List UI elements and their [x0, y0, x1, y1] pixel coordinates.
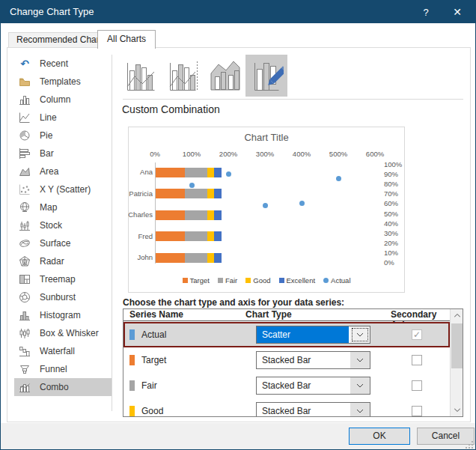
- chevron-down-icon[interactable]: [350, 352, 370, 368]
- secondary-axis-checkbox-fair[interactable]: [412, 380, 422, 391]
- chevron-down-icon[interactable]: [350, 377, 370, 394]
- combo-preset-clustered-column-line[interactable]: [123, 57, 157, 94]
- sidebar-item-label: Map: [40, 202, 57, 213]
- sidebar-item-label: Waterfall: [40, 346, 75, 356]
- sidebar-item-column[interactable]: Column: [10, 91, 112, 109]
- sidebar-item-recent[interactable]: ↶ Recent: [10, 55, 112, 73]
- legend-item: Excellent: [279, 276, 316, 285]
- scatter-chart-icon: [19, 183, 31, 195]
- table-scrollbar[interactable]: [450, 309, 463, 416]
- dropdown-value: Stacked Bar: [257, 403, 350, 417]
- tab-all-charts[interactable]: All Charts: [97, 30, 156, 49]
- series-marker: [129, 406, 135, 416]
- sidebar-item-label: Combo: [40, 382, 69, 392]
- dialog-title: Change Chart Type: [10, 6, 94, 17]
- scrollbar-thumb[interactable]: [451, 323, 463, 368]
- sidebar-item-label: Area: [40, 166, 58, 177]
- help-button[interactable]: ?: [411, 1, 441, 23]
- legend-swatch: [279, 278, 284, 283]
- sidebar-item-waterfall[interactable]: Waterfall: [10, 342, 112, 360]
- y2-axis-tick: 40%: [384, 219, 406, 228]
- titlebar: Change Chart Type ? ✕: [1, 1, 475, 23]
- map-icon: [19, 201, 31, 213]
- chart-preview: Chart Title0%100%200%300%400%500%600%100…: [128, 127, 405, 293]
- sidebar-item-label: Box & Whisker: [40, 328, 99, 338]
- scroll-down-icon[interactable]: [451, 404, 463, 416]
- x-axis-tick: 300%: [251, 150, 278, 158]
- ok-button[interactable]: OK: [349, 428, 410, 445]
- combo-chart-icon: [19, 381, 31, 393]
- series-marker: [129, 355, 135, 365]
- sidebar-item-label: Surface: [40, 238, 70, 249]
- y2-axis-tick: 100%: [384, 160, 406, 168]
- sidebar-item-box-whisker[interactable]: Box & Whisker: [10, 324, 112, 342]
- sidebar-separator: [112, 55, 112, 411]
- sidebar-item-treemap[interactable]: Treemap: [10, 270, 112, 288]
- sidebar-item-map[interactable]: Map: [10, 198, 112, 216]
- legend-label: Actual: [331, 276, 350, 285]
- series-row-fair[interactable]: Fair Stacked Bar: [123, 373, 450, 398]
- combo-preset-clustered-column-line-secondary[interactable]: [165, 57, 200, 94]
- sidebar-item-surface[interactable]: Surface: [10, 234, 112, 252]
- sidebar-item-bar[interactable]: Bar: [10, 145, 112, 162]
- recent-icon: ↶: [19, 58, 31, 70]
- legend-swatch: [183, 278, 188, 283]
- column-chart-icon: [19, 94, 31, 106]
- bar-segment-good: [207, 189, 215, 198]
- bar-segment-excellent: [214, 168, 222, 177]
- y2-axis-tick: 50%: [384, 210, 406, 218]
- sidebar-item-area[interactable]: Area: [10, 162, 112, 180]
- sidebar-item-templates[interactable]: Templates: [10, 73, 112, 91]
- close-button[interactable]: ✕: [442, 1, 472, 23]
- scatter-point: [263, 203, 268, 208]
- chart-type-dropdown-target[interactable]: Stacked Bar: [256, 351, 370, 369]
- x-axis-tick: 100%: [178, 150, 205, 158]
- sidebar-item-label: Bar: [40, 148, 54, 159]
- combo-preset-stacked-area-clustered-column[interactable]: [208, 57, 242, 94]
- chart-type-dropdown-fair[interactable]: Stacked Bar: [256, 377, 370, 395]
- secondary-axis-checkbox-target[interactable]: [412, 355, 422, 365]
- bar-segment-excellent: [214, 253, 222, 263]
- y2-axis-tick: 60%: [384, 199, 406, 207]
- dropdown-value: Stacked Bar: [257, 352, 350, 368]
- sidebar-item-sunburst[interactable]: Sunburst: [10, 288, 112, 306]
- bar-segment-good: [207, 253, 215, 263]
- category-label: Patricia: [127, 189, 153, 198]
- surface-chart-icon: [19, 237, 31, 249]
- resize-grip[interactable]: [465, 440, 474, 449]
- chart-type-dropdown-actual[interactable]: Scatter: [256, 326, 370, 344]
- chart-title: Chart Title: [129, 132, 404, 143]
- legend-item: Good: [245, 276, 270, 285]
- chevron-down-icon[interactable]: [350, 403, 370, 417]
- sidebar-item-pie[interactable]: Pie: [10, 127, 112, 145]
- secondary-axis-checkbox-good[interactable]: [412, 406, 422, 416]
- scroll-up-icon[interactable]: [451, 309, 463, 322]
- sunburst-icon: [19, 291, 31, 303]
- x-axis-tick: 0%: [141, 150, 168, 158]
- sidebar-item-combo[interactable]: Combo: [14, 378, 112, 396]
- y2-axis-tick: 90%: [384, 170, 406, 178]
- chart-type-dropdown-good[interactable]: Stacked Bar: [256, 402, 370, 417]
- bar-segment-excellent: [214, 189, 222, 198]
- series-row-actual[interactable]: Actual Scatter ✓: [123, 322, 450, 347]
- scatter-point: [226, 171, 231, 177]
- sidebar-item-line[interactable]: Line: [10, 109, 112, 127]
- sidebar-item-radar[interactable]: Radar: [10, 252, 112, 270]
- series-marker: [129, 329, 135, 340]
- sidebar-item-xy-scatter[interactable]: X Y (Scatter): [10, 180, 112, 198]
- legend-label: Excellent: [287, 276, 316, 285]
- legend-label: Good: [253, 276, 270, 285]
- series-row-target[interactable]: Target Stacked Bar: [123, 347, 450, 373]
- series-row-good[interactable]: Good Stacked Bar: [123, 398, 450, 417]
- sidebar-item-funnel[interactable]: Funnel: [10, 360, 112, 378]
- section-title: Custom Combination: [122, 103, 220, 115]
- dialog-footer: OK Cancel: [1, 423, 475, 450]
- sidebar-item-stock[interactable]: Stock: [10, 216, 112, 234]
- y2-axis-tick: 80%: [384, 180, 406, 188]
- chevron-down-icon[interactable]: [350, 326, 370, 343]
- thumbnail-divider: [123, 99, 463, 100]
- category-label: Charles: [127, 210, 153, 219]
- sidebar-item-histogram[interactable]: Histogram: [10, 306, 112, 324]
- clustered-column-line-icon: [123, 57, 157, 94]
- combo-preset-custom-combination[interactable]: [245, 55, 287, 97]
